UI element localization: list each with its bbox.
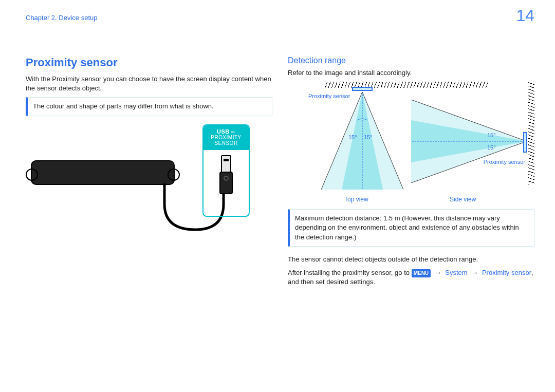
cannot-detect-text: The sensor cannot detect objects outside…	[288, 255, 534, 264]
left-column: Proximity sensor With the Proximity sens…	[26, 56, 272, 291]
ceiling-hatch-graphic	[324, 82, 488, 88]
menu-badge: MENU	[412, 269, 431, 277]
sensor-label: SENSOR	[203, 140, 249, 146]
angle-15-top-right: 15°	[364, 134, 373, 140]
sensor-side-graphic	[523, 132, 527, 153]
max-distance-note: Maximum detection distance: 1.5 m (Howev…	[288, 209, 534, 247]
path-system: System	[445, 269, 467, 276]
usb-icon: ⎓	[231, 128, 235, 135]
angle-15-top-left: 15°	[348, 134, 357, 140]
angle-15-side-upper: 15°	[487, 132, 496, 138]
chapter-label: Chapter 2. Device setup	[26, 14, 97, 22]
proximity-sensor-diagram: USB ⎓ PROXIMITY SENSOR	[26, 124, 272, 242]
sensor-top-graphic	[352, 87, 373, 91]
intro-paragraph: With the Proximity sensor you can choose…	[26, 74, 272, 93]
angle-15-side-lower: 15°	[487, 144, 496, 151]
page-header: Chapter 2. Device setup 14	[26, 10, 534, 25]
proximity-sensor-label-side: Proximity sensor	[484, 159, 525, 165]
color-shape-note: The colour and shape of parts may differ…	[26, 97, 272, 116]
arrow-icon: →	[435, 269, 441, 276]
sensor-bar-graphic	[31, 160, 175, 185]
usb-label: USB	[217, 128, 230, 135]
detection-range-diagram: Proximity sensor Proximity sensor 15° 15…	[288, 82, 534, 205]
side-view-cone-graphic	[411, 100, 527, 183]
side-view-label: Side view	[450, 196, 476, 203]
path-proximity-sensor: Proximity sensor	[482, 269, 531, 276]
page-number: 14	[516, 6, 534, 25]
right-column: Detection range Refer to the image and i…	[288, 56, 534, 291]
section-title-proximity-sensor: Proximity sensor	[26, 56, 272, 69]
section-title-detection-range: Detection range	[288, 56, 534, 65]
usb-proximity-sensor-box: USB ⎓ PROXIMITY SENSOR	[202, 124, 250, 217]
usb-connector-graphic	[219, 155, 233, 194]
top-view-label: Top view	[344, 196, 368, 203]
wall-hatch-graphic	[528, 82, 534, 184]
proximity-sensor-label-top: Proximity sensor	[308, 93, 350, 100]
proximity-label: PROXIMITY	[203, 135, 249, 140]
top-view-cone-graphic	[321, 92, 403, 190]
detection-intro: Refer to the image and install according…	[288, 68, 534, 78]
install-instructions: After installing the proximity sensor, g…	[288, 268, 534, 287]
arrow-icon: →	[471, 269, 478, 276]
